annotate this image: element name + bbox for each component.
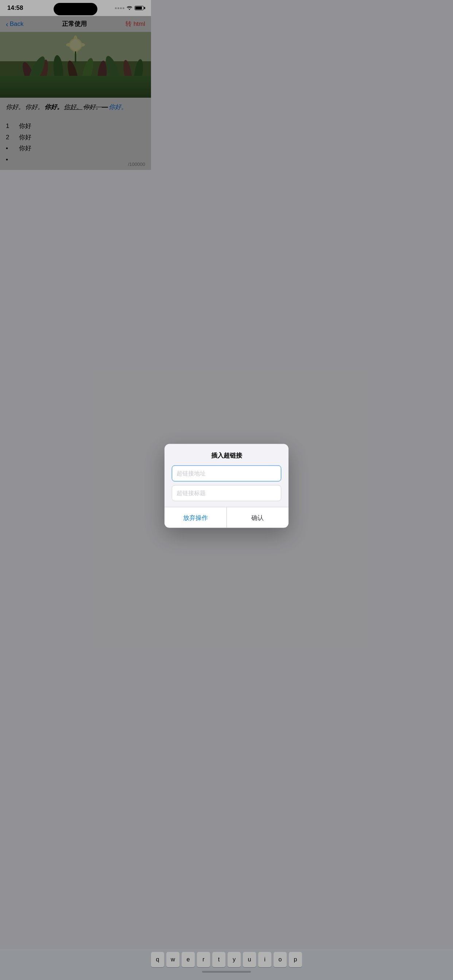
dialog-overlay bbox=[0, 0, 151, 327]
